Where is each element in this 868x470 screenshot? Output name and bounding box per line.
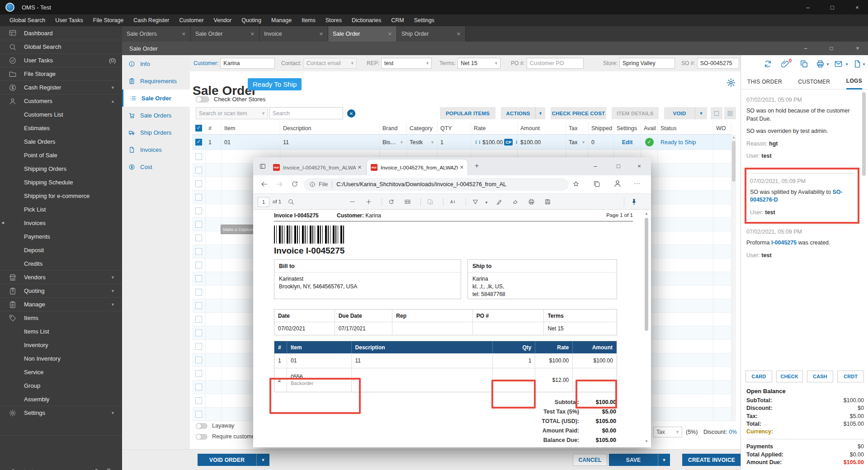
chevron-down-icon[interactable]: ▼	[845, 62, 849, 66]
scroll-up-icon[interactable]: ▲	[643, 212, 650, 216]
save-dropdown[interactable]: ▼	[658, 454, 670, 466]
sidebar-item-cash-register[interactable]: Cash Register▼	[0, 80, 122, 94]
close-tab-icon[interactable]: ✕	[319, 31, 323, 37]
sidebar-item-non-inventory[interactable]: Non Inventory	[0, 352, 122, 365]
copy-icon[interactable]	[800, 60, 808, 68]
check-other-stores-toggle[interactable]: Check Other Stores	[196, 96, 265, 103]
scroll-up-icon[interactable]: ▲	[731, 136, 736, 139]
discount-value[interactable]: 0%	[729, 429, 737, 435]
sidebar-item-vendors[interactable]: Vendors▼	[0, 270, 122, 284]
sidebar-item-shipping-schedule[interactable]: Shipping Schedule	[0, 175, 122, 189]
menu-item-crm[interactable]: CRM	[386, 14, 409, 26]
browser-tab-active[interactable]: PDF Invoice_I-0045276_from_ALWAZC ✕	[367, 160, 467, 175]
pdf-pages-icon[interactable]	[427, 198, 434, 205]
sidebar-item-global-search[interactable]: Global Search	[0, 40, 122, 53]
browser-maximize-button[interactable]: □	[609, 159, 628, 173]
sidebar-item-service[interactable]: Service	[0, 365, 122, 379]
chevron-down-icon[interactable]: ▼	[485, 201, 488, 205]
nav-item-cost[interactable]: Cost	[122, 158, 190, 175]
document-tab-0[interactable]: Sale Orders✕	[122, 26, 191, 42]
tab-this-order[interactable]: THIS ORDER	[747, 74, 782, 89]
brand-select[interactable]: Bis…▼	[380, 135, 407, 150]
sidebar-item-sale-orders[interactable]: Sale Orders	[0, 135, 122, 148]
sidebar-item-quoting[interactable]: Quoting▼	[0, 284, 122, 297]
nav-item-info[interactable]: Info	[122, 55, 190, 72]
field-input[interactable]: SO-0045275	[697, 58, 739, 69]
menu-item-user-tasks[interactable]: User Tasks	[50, 14, 88, 26]
sidebar-item-items-list[interactable]: Items List	[0, 324, 122, 338]
require-customer-toggle[interactable]: Require custome	[196, 433, 255, 440]
profile-avatar-icon[interactable]	[613, 179, 622, 188]
actions-dropdown[interactable]: ▼	[535, 107, 545, 119]
tab-search-icon[interactable]	[259, 163, 266, 170]
pay-cash-button[interactable]: CASH	[807, 371, 834, 382]
menu-item-settings[interactable]: Settings	[409, 14, 439, 26]
row-checkbox[interactable]	[195, 194, 202, 201]
lock-icon[interactable]	[93, 468, 100, 470]
scroll-down-icon[interactable]: ▼	[643, 439, 650, 443]
field-select[interactable]: Contact email▼	[303, 58, 357, 69]
pdf-highlighter-icon[interactable]	[495, 198, 502, 205]
close-tab-icon[interactable]: ✕	[460, 164, 464, 170]
check-price-cost-button[interactable]: CHECK PRICE COST	[551, 107, 606, 119]
document-tab-1[interactable]: Sale Order✕	[191, 26, 259, 42]
close-tab-icon[interactable]: ✕	[457, 31, 461, 37]
sidebar-collapse-arrow-icon[interactable]: ◄	[0, 220, 5, 225]
row-checkbox[interactable]	[195, 235, 202, 241]
logout-icon[interactable]	[106, 468, 113, 470]
close-tab-icon[interactable]: ✕	[358, 164, 362, 170]
close-tab-icon[interactable]: ✕	[182, 31, 186, 37]
pdf-printer-icon[interactable]	[528, 198, 535, 205]
cancel-button[interactable]: CANCEL	[573, 454, 607, 466]
row-checkbox[interactable]	[195, 275, 202, 282]
sidebar-item-items[interactable]: Items	[0, 311, 122, 324]
refresh-icon[interactable]	[291, 180, 298, 188]
logs-scrollbar[interactable]	[862, 92, 866, 345]
qty-cell[interactable]: 1	[438, 135, 471, 150]
scrollbar-thumb[interactable]	[732, 141, 736, 182]
row-checkbox[interactable]	[192, 135, 206, 150]
paperclip-icon[interactable]	[781, 60, 789, 68]
field-input[interactable]: Customer PO	[527, 58, 584, 69]
sidebar-item-dashboard[interactable]: Dashboard	[0, 26, 122, 40]
popular-items-button[interactable]: POPULAR ITEMS	[440, 107, 495, 119]
row-checkbox[interactable]	[195, 248, 202, 255]
nav-item-ship-orders[interactable]: Ship Orders	[122, 124, 190, 141]
description-cell[interactable]: 11	[280, 135, 380, 150]
new-tab-icon[interactable]: +	[475, 162, 479, 170]
pdf-scrollbar[interactable]: ▲ ▼	[643, 211, 650, 446]
settings-cell[interactable]: Edit	[614, 135, 641, 150]
nav-item-sale-order[interactable]: Sale Order	[122, 89, 190, 107]
sidebar-user-row[interactable]: test	[0, 466, 122, 470]
pdf-page-input[interactable]: 1	[258, 197, 269, 207]
chevron-down-icon[interactable]: ▼	[826, 62, 830, 66]
nav-item-sale-orders[interactable]: Sale Orders	[122, 107, 190, 124]
table-row-selected[interactable]: 10111Bis…▼Testk▼1⋮⋮$100.00CP⋮⋮$100.00Tax…	[192, 135, 736, 150]
void-order-button[interactable]: VOID ORDER	[198, 454, 256, 466]
pdf-search-icon[interactable]	[288, 198, 294, 205]
row-checkbox[interactable]	[195, 262, 202, 268]
printer-icon[interactable]	[816, 60, 825, 68]
sidebar-item-assembly[interactable]: Assembly	[0, 392, 122, 406]
nav-item-invoices[interactable]: Invoices	[122, 141, 190, 158]
order-link[interactable]: I-0045275	[771, 240, 797, 246]
browser-minimize-button[interactable]: –	[586, 159, 605, 173]
menu-item-vendor[interactable]: Vendor	[209, 14, 237, 26]
void-dropdown[interactable]: ▼	[695, 107, 707, 119]
tax-select[interactable]: Tax ▼	[653, 427, 682, 437]
row-checkbox[interactable]	[195, 384, 202, 390]
toggle-knob[interactable]	[196, 423, 208, 429]
favorite-star-icon[interactable]	[572, 180, 580, 188]
sidebar-item-credits[interactable]: Credits	[0, 257, 122, 270]
order-settings-gear-icon[interactable]	[726, 78, 736, 88]
menu-item-items[interactable]: Items	[297, 14, 321, 26]
row-checkbox[interactable]	[195, 357, 202, 363]
pdf-nabla-icon[interactable]	[472, 198, 479, 205]
sidebar-item-manage[interactable]: Manage▼	[0, 297, 122, 311]
collections-icon[interactable]	[593, 180, 600, 188]
grid-layout-icon-button[interactable]	[724, 107, 736, 119]
menu-item-quoting[interactable]: Quoting	[236, 14, 266, 26]
browser-close-button[interactable]: ×	[630, 159, 649, 173]
browser-tab[interactable]: PDF Invoice_I-0045276_from_ALWAZC ✕	[269, 160, 365, 175]
window-maximize-button[interactable]: □	[822, 42, 840, 55]
